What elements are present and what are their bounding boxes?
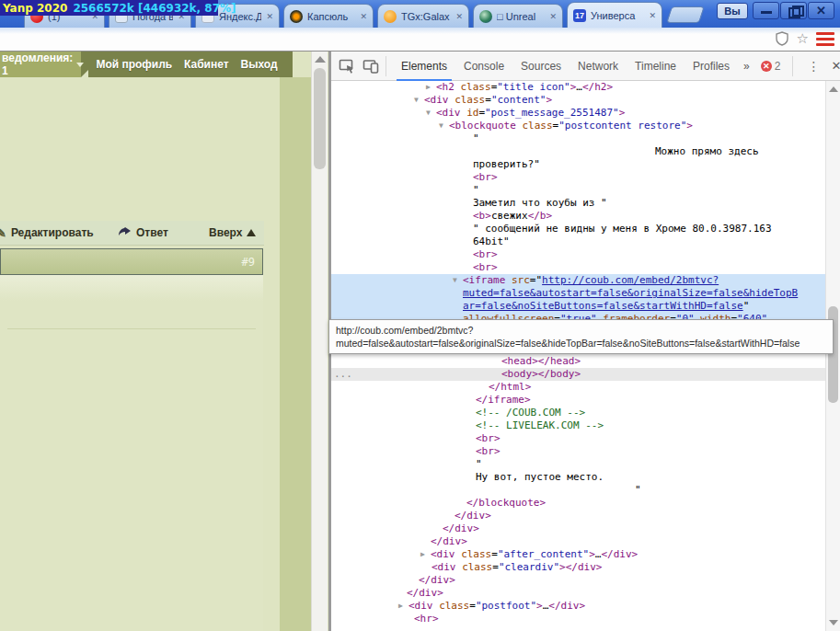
tabs-overflow-chevron[interactable]: » [738,60,755,73]
iframe-src-tooltip: http://coub.com/embed/2bmtvc? muted=fals… [328,319,834,354]
dom-tree-node[interactable]: " [331,458,825,471]
tab-close-icon[interactable]: ✕ [455,12,463,21]
expand-open-arrow-icon[interactable]: ▼ [426,107,436,120]
forum-page: ведомления: 1 Мой профильКабинетВыход ✎Р… [0,52,329,631]
dom-tree-node[interactable]: ▶<div class="after_content">…</div> [331,548,825,561]
minimize-button[interactable] [753,2,779,19]
dom-tree-node[interactable]: </div> [331,587,825,600]
dom-tree-node[interactable]: ▼<div class="content"> [331,94,825,107]
dom-tree-node[interactable]: <hr> [331,613,825,625]
dom-tree-node[interactable]: </html> [331,381,825,394]
dom-tree-node[interactable]: ...<body></body> [331,368,825,381]
dom-tree-node[interactable]: <b>свежих</b> [331,210,825,223]
post-body [0,275,263,631]
browser-tab[interactable]: □ Unreal✕ [473,4,563,28]
dom-tree-node[interactable]: </div> [331,535,825,548]
inspect-element-icon[interactable] [339,58,355,75]
dom-tree-node[interactable]: <head></head> [331,355,825,368]
restore-button[interactable] [780,2,807,19]
dom-tree-node[interactable]: </div> [331,574,825,587]
expand-closed-arrow-icon[interactable]: ▶ [398,600,408,613]
scroll-down-arrow-icon[interactable] [829,620,838,625]
dom-tree-node[interactable]: Ну вот, пустое место. [331,471,825,484]
dom-tree-node[interactable]: <div class="cleardiv"></div> [331,561,825,574]
expand-closed-arrow-icon[interactable]: ▶ [426,81,436,94]
forum-nav-item[interactable]: Выход [240,58,277,71]
browser-tab[interactable]: Капсюль✕ [283,4,374,28]
tab-close-icon[interactable]: ✕ [549,12,557,21]
expand-open-arrow-icon[interactable]: ▼ [414,94,424,107]
console-error-badge[interactable]: ✕ 2 [755,60,787,73]
overlay-month: Yanp 2020 [3,2,67,15]
dom-tree-node[interactable]: ▶<div class="postfoot">…</div> [331,600,825,613]
error-icon: ✕ [761,61,772,72]
dom-tree-node[interactable]: <!-- /COUB.COM --> [331,407,825,419]
tab-close-icon[interactable]: ✕ [649,11,656,20]
dom-tree-node[interactable]: <br> [331,432,825,445]
devtools-tab-profiles[interactable]: Profiles [685,52,738,81]
browser-menu-icon[interactable] [816,32,834,46]
dom-tree-node[interactable]: " [331,132,825,145]
dom-tree-node[interactable]: " [331,484,825,497]
dom-tree-node[interactable]: Можно прямо здесь [331,145,825,158]
devtools-tab-elements[interactable]: Elements [393,52,455,81]
page-scrollbar-thumb[interactable] [314,68,326,169]
reply-action-button[interactable]: Ответ [118,226,168,239]
devtools-tab-sources[interactable]: Sources [512,52,570,81]
tab-close-icon[interactable]: ✕ [266,12,273,21]
content-area: ведомления: 1 Мой профильКабинетВыход ✎Р… [0,52,840,631]
forum-nav-item[interactable]: Мой профиль [96,58,172,71]
browser-toolbar: ☆ [0,28,840,52]
dom-tree-node[interactable]: </iframe> [331,394,825,407]
profile-button[interactable]: Вы [717,3,748,19]
dom-tree-node[interactable]: ar=false&noSiteButtons=false&startWithHD… [331,300,825,313]
dom-tree-node[interactable]: ▶<h2 class="title icon">…</h2> [331,81,825,94]
dom-tree-node[interactable]: Заметил что коубы из " [331,197,825,210]
devtools-close-icon[interactable]: ✕ [827,59,840,73]
dom-tree-node[interactable]: <!-- LIVELEAK.COM --> [331,419,825,432]
dom-tree-node[interactable]: <br> [331,171,825,184]
expand-closed-arrow-icon[interactable]: ▶ [420,548,431,561]
forum-nav-item[interactable]: Кабинет [184,58,229,71]
action-label: Вверх [209,226,242,239]
toolbar-separator [792,56,793,76]
up-action-button[interactable]: Вверх [209,226,256,239]
close-window-button[interactable]: ✕ [808,2,834,19]
scroll-up-arrow-icon[interactable] [829,86,838,92]
dom-tree-node[interactable]: </blockquote> [331,497,825,510]
dom-tree-node[interactable]: ▼<blockquote class="postcontent restore"… [331,120,825,132]
pencil-action-button[interactable]: ✎Редактировать [0,226,94,240]
browser-tab[interactable]: TGx:Galax✕ [377,4,469,28]
dom-tree-node[interactable]: ▼<div id="post_message_2551487"> [331,107,825,120]
dom-tree-node[interactable]: </div> [331,510,825,522]
page-scrollbar[interactable] [311,52,328,631]
devtools-panel: ElementsConsoleSourcesNetworkTimelinePro… [331,52,840,631]
dom-tree-node[interactable]: " [331,184,825,197]
expand-open-arrow-icon[interactable]: ▼ [439,120,449,132]
scroll-up-arrow-icon[interactable] [315,56,326,63]
dom-tree-node[interactable]: " сообщений не видны у меня в Хроме 80.0… [331,223,825,235]
dom-tree-node[interactable]: проверить?" [331,158,825,171]
new-tab-button[interactable] [666,6,705,23]
dom-tree-node[interactable]: <br> [331,248,825,261]
devtools-tab-network[interactable]: Network [570,52,627,81]
device-toolbar-icon[interactable] [362,58,379,75]
devtools-menu-icon[interactable]: ⋮ [800,59,827,74]
bookmark-star-icon[interactable]: ☆ [797,31,809,46]
devtools-tab-timeline[interactable]: Timeline [627,52,685,81]
expand-open-arrow-icon[interactable]: ▼ [453,274,463,287]
devtools-tabs: ElementsConsoleSourcesNetworkTimelinePro… [393,52,738,81]
notifications-menu[interactable]: ведомления: 1 [0,52,81,77]
shield-icon[interactable] [775,31,789,46]
devtools-tab-console[interactable]: Console [455,52,512,81]
browser-tab[interactable]: 17Универса✕ [567,2,662,28]
reply-arrow-icon [118,227,132,239]
dom-tree-node[interactable]: <br> [331,445,825,458]
dom-tree-node[interactable]: <br> [331,261,825,274]
dom-tree-node[interactable]: ▼<iframe src="http://coub.com/embed/2bmt… [331,274,825,287]
dom-tree-node[interactable]: 64bit" [331,235,825,248]
dom-tree-node[interactable]: </div> [331,522,825,535]
devtools-scrollbar[interactable] [825,81,840,631]
dom-tree-node[interactable]: muted=false&autostart=false&originalSize… [331,287,825,300]
tab-close-icon[interactable]: ✕ [360,12,367,21]
